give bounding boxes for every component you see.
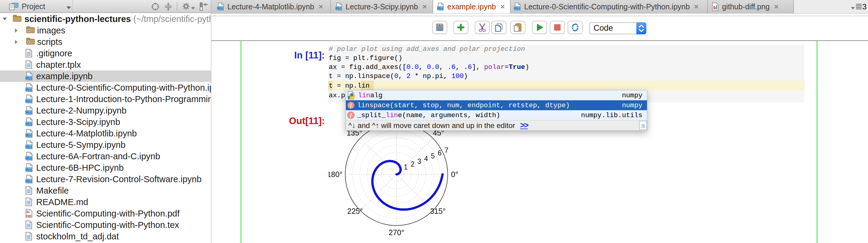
svg-text:IP[y]: IP[y] [335,7,341,10]
svg-text:IP[y]: IP[y] [25,122,32,126]
svg-text:IP[y]: IP[y] [25,99,32,103]
svg-text:IP[y]: IP[y] [25,111,32,114]
svg-text:2: 2 [411,160,415,168]
svg-text:315°: 315° [430,207,446,215]
svg-text:IP[y]: IP[y] [437,7,443,10]
svg-text:180°: 180° [329,170,343,179]
svg-text:IP[y]: IP[y] [217,7,223,10]
svg-text:6: 6 [438,149,441,157]
svg-text:4: 4 [424,155,428,163]
svg-text:270°: 270° [389,228,404,237]
svg-text:IP[y]: IP[y] [25,88,32,91]
svg-text:IP[y]: IP[y] [25,157,32,160]
svg-text:0°: 0° [451,170,459,179]
svg-text:IP[y]: IP[y] [25,76,32,80]
svg-text:7: 7 [444,146,448,154]
svg-text:IP[y]: IP[y] [25,134,32,137]
svg-text:IP[y]: IP[y] [25,168,32,171]
svg-text:3: 3 [417,158,421,165]
svg-text:IP[y]: IP[y] [514,7,520,10]
svg-text:225°: 225° [347,207,363,215]
svg-text:5: 5 [431,152,435,160]
svg-text:IP[y]: IP[y] [25,179,32,183]
svg-text:1: 1 [404,163,408,171]
svg-text:PDF: PDF [27,214,32,217]
svg-text:IP[y]: IP[y] [25,145,32,148]
